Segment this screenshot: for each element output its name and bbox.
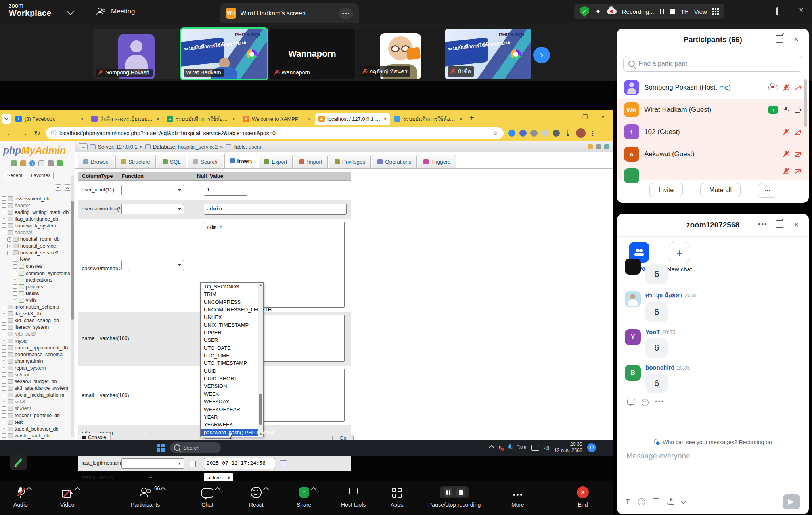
tree-expand-icon[interactable]: + (2, 380, 6, 384)
toolbar-react[interactable]: React (249, 486, 264, 508)
video-tile[interactable]: กฤตัชญ์ ทัศนศร (357, 29, 443, 79)
find-participant-input[interactable]: Find a participant (623, 56, 802, 72)
tree-expand-icon[interactable]: + (13, 291, 17, 296)
dropdown-option[interactable]: WEEK (201, 390, 263, 398)
view-grid-icon[interactable] (712, 8, 719, 15)
screenshot-icon[interactable] (667, 500, 674, 505)
tab-close-icon[interactable]: × (383, 116, 387, 122)
help-icon[interactable]: ? (29, 160, 35, 166)
dropdown-option[interactable]: YEARWEEK (201, 421, 263, 428)
language-switcher[interactable]: ไทย (518, 444, 527, 452)
dropdown-scrollbar[interactable]: ▲▼ (258, 283, 263, 437)
tree-expand-icon[interactable]: + (2, 332, 6, 336)
tree-item-tudent_behavior_db[interactable]: +tudent_behavior_db (2, 425, 70, 432)
pma-tab-import[interactable]: Import (294, 154, 327, 168)
tree-expand-icon[interactable]: + (2, 339, 6, 343)
participant-row[interactable]: WHWirat Hadkam (Guest)↑ (617, 99, 809, 121)
site-info-icon[interactable]: ⓘ (51, 130, 56, 137)
video-tile[interactable]: Sompong Pokasri (93, 29, 179, 79)
browser-tab[interactable]: Alocalhost / 127.0.0.1 / hospital_× (315, 113, 390, 125)
participants-close-icon[interactable]: × (794, 35, 799, 44)
participants-more-button[interactable]: ⋯ (758, 183, 776, 198)
browser-menu-icon[interactable]: ⋮ (590, 130, 596, 137)
dropdown-option[interactable]: WEEKDAY (201, 398, 263, 405)
toolbar-apps[interactable]: Apps (391, 486, 403, 508)
link-icon[interactable]: ∞ (64, 184, 71, 191)
participant-row[interactable]: Sompong Pokasri (Host, me) (617, 76, 809, 99)
ai-companion-icon[interactable]: ✦ (595, 7, 601, 16)
browser-tab[interactable]: ▲ระบบบันทึกการใช้ห้องพยาบาล free× (164, 113, 238, 125)
tree-expand-icon[interactable]: + (2, 400, 6, 404)
function-select[interactable] (121, 260, 184, 270)
tree-item-assessment_db[interactable]: +assessment_db (2, 195, 70, 202)
tree-item-visits[interactable]: +visits (2, 297, 70, 303)
dropdown-option[interactable]: UTC_TIME (201, 352, 263, 359)
tray-expand-icon[interactable] (489, 445, 494, 450)
tree-expand-icon[interactable]: + (13, 284, 17, 289)
tree-expand-icon[interactable]: + (2, 352, 6, 357)
participant-row[interactable]: 1102 (Guest) (617, 121, 809, 143)
profile-avatar[interactable] (576, 128, 586, 138)
tree-item-kid_chao_chang_db[interactable]: +kid_chao_chang_db (2, 317, 70, 324)
tree-item-flag_attendance_db[interactable]: +flag_attendance_db (2, 216, 70, 222)
tree-expand-icon[interactable]: + (2, 366, 6, 370)
tree-item-patient_appointment_db[interactable]: +patient_appointment_db (2, 344, 70, 351)
chevron-up-icon[interactable] (26, 487, 32, 492)
dropdown-option[interactable]: UTC_DATE (201, 344, 263, 352)
dropdown-option[interactable]: UUID (201, 367, 263, 375)
tree-item-test[interactable]: +test (2, 419, 70, 425)
address-bar[interactable]: ⓘ localhost/phpmyadmin/index.php?route=/… (46, 127, 504, 139)
emoji-picker-icon[interactable] (638, 498, 645, 505)
null-checkbox[interactable] (190, 461, 196, 467)
dropdown-option[interactable]: USER (201, 336, 263, 344)
language-indicator[interactable]: TH (681, 8, 689, 15)
tree-expand-icon[interactable]: + (13, 264, 17, 269)
pma-tab-browse[interactable]: Browse (78, 154, 114, 168)
dropdown-option[interactable]: TRIM (201, 290, 263, 298)
tree-item-users[interactable]: +users (2, 290, 70, 297)
toolbar-pause-stop-recording[interactable]: Pause/stop recording (428, 486, 481, 508)
tree-expand-icon[interactable]: − (7, 251, 11, 255)
browser-restore-button[interactable]: ❐ (582, 114, 588, 121)
window-close-button[interactable]: × (799, 6, 804, 15)
attach-file-icon[interactable] (653, 498, 659, 505)
tree-expand-icon[interactable]: + (13, 298, 17, 302)
participants-scrollbar[interactable] (804, 79, 807, 127)
value-input[interactable]: 1 (204, 185, 247, 196)
compose-more-chevron[interactable] (681, 499, 686, 504)
window-restore-button[interactable] (776, 7, 778, 15)
tree-item-student[interactable]: +student (2, 405, 70, 412)
dropdown-option[interactable]: UNIX_TIMESTAMP (201, 321, 263, 329)
reload-icon[interactable]: ↻ (34, 129, 40, 138)
tree-expand-icon[interactable]: + (7, 237, 11, 242)
volume-icon[interactable]: ◁) (544, 445, 550, 451)
stop-recording-button[interactable] (456, 488, 465, 497)
settings-icon[interactable] (48, 160, 54, 166)
tree-expand-icon[interactable]: + (2, 359, 6, 363)
refresh-icon[interactable] (57, 160, 63, 166)
dropdown-option[interactable]: WEEKOFYEAR (201, 406, 263, 413)
dropdown-option[interactable]: UPPER (201, 329, 263, 336)
tab-close-icon[interactable]: × (80, 116, 84, 122)
stop-recording-icon[interactable] (670, 9, 675, 14)
participant-row[interactable]: AAekawat (Guest) (617, 143, 809, 165)
pma-tab-triggers[interactable]: Triggers (418, 154, 456, 168)
tree-item-hospital[interactable]: −hospital (2, 229, 70, 236)
tree-item-new[interactable]: New (2, 256, 70, 263)
chat-message-input[interactable]: Message everyone (626, 452, 690, 460)
tree-item-ita_ssk3_db[interactable]: +ita_ssk3_db (2, 311, 70, 317)
extension-icon[interactable] (530, 130, 538, 137)
function-select[interactable] (121, 458, 184, 469)
notification-badge[interactable]: 12 (587, 443, 596, 452)
tree-expand-icon[interactable]: + (13, 278, 17, 282)
tree-expand-icon[interactable]: + (2, 386, 6, 391)
tree-expand-icon[interactable]: + (2, 223, 6, 228)
tree-item-patients[interactable]: +patients (2, 283, 70, 290)
tree-expand-icon[interactable]: + (2, 217, 6, 221)
video-tile[interactable]: ระบบบันทึกการใช้ห้องพยาบาลPHP + SQLบังชื… (445, 29, 531, 79)
tree-item-hospital_service2[interactable]: −hospital_service2 (2, 250, 70, 256)
next-participants-button[interactable]: › (533, 47, 550, 63)
collapse-console-icon[interactable]: ← (79, 143, 88, 150)
chevron-up-icon[interactable] (160, 487, 166, 492)
window-minimize-button[interactable]: – (751, 5, 756, 14)
